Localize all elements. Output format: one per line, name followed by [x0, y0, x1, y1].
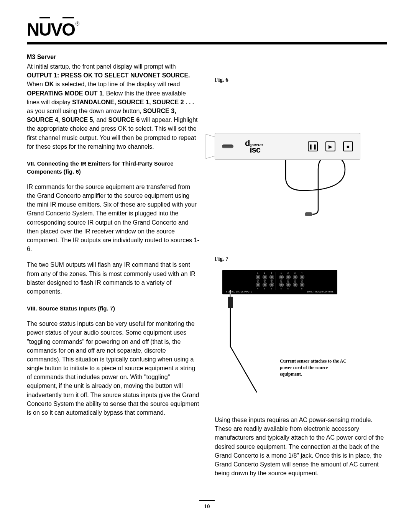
mono-plug	[228, 290, 233, 308]
figure-6: Fig. 6 152637481526374SUMSYS ONEXT. MUTE…	[215, 77, 387, 240]
jack-column: 26	[286, 272, 291, 290]
section-viii-heading: VIII. Source Status Inputs (fig. 7)	[27, 304, 199, 312]
registered-mark: ®	[76, 21, 79, 27]
stop-button: ■	[343, 141, 353, 151]
paragraph-ir-emitters: IR commands for the source equipment are…	[27, 182, 199, 254]
disc-slot	[222, 144, 233, 148]
section-m3-server: M3 Server	[27, 54, 199, 61]
left-column: M3 Server At initial startup, the front …	[27, 54, 199, 484]
brand-logo: NUVO	[27, 19, 75, 40]
play-button: ▶	[325, 141, 335, 151]
page-footer: 10	[27, 500, 387, 510]
jack-column: 14	[256, 272, 260, 290]
jack-column: 15	[279, 272, 284, 290]
jack-column: 25	[263, 272, 267, 290]
header: NUVO ®	[27, 19, 387, 40]
fig7-back-panel: 14253615263748 SOURCE STATUS INPUTSZONE …	[222, 270, 337, 294]
jack-column: 48	[300, 272, 304, 290]
page-number: 10	[27, 503, 387, 510]
panel-label: ZONE TRIGGER OUTPUTS	[307, 291, 334, 293]
main-columns: M3 Server At initial startup, the front …	[27, 54, 387, 484]
right-column: Fig. 6 152637481526374SUMSYS ONEXT. MUTE…	[215, 54, 387, 484]
figure-7-label: Fig. 7	[215, 256, 387, 262]
figure-7-caption: Current sensor attaches to the AC power …	[280, 358, 349, 377]
source-device: dCOMPACTisc ❚❚ ▶ ■	[215, 133, 360, 160]
paragraph-ac-sensing: Using these inputs requires an AC power-…	[215, 415, 387, 478]
figure-6-label: Fig. 6	[215, 77, 387, 83]
paragraph-m3: At initial startup, the front panel disp…	[27, 62, 199, 151]
section-vii-heading: VII. Connecting the IR Emitters for Thir…	[27, 159, 199, 176]
pause-button: ❚❚	[308, 141, 318, 151]
jack-column: 36	[269, 272, 274, 290]
jack-column: 37	[293, 272, 297, 290]
paragraph-sum-outputs: The two SUM outputs will flash any IR co…	[27, 260, 199, 296]
header-rule	[27, 42, 387, 44]
disc-logo: dCOMPACTisc	[245, 138, 263, 155]
paragraph-status-inputs: The source status inputs can be very use…	[27, 319, 199, 417]
ir-emitter	[305, 212, 312, 216]
figure-7: Fig. 7 14253615263748 SOURCE STATUS INPU…	[215, 256, 387, 400]
